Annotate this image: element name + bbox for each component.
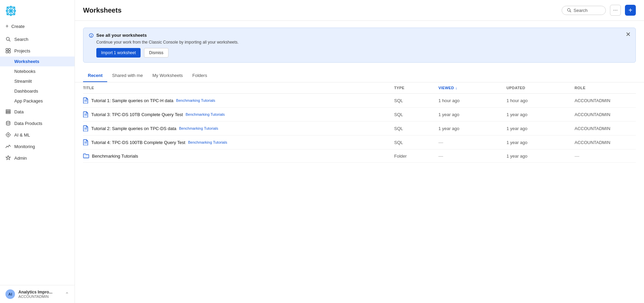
sidebar-item-notebooks[interactable]: Notebooks xyxy=(0,66,75,76)
row-4-updated: 1 year ago xyxy=(506,154,575,159)
logo-area[interactable] xyxy=(0,0,75,20)
row-3-title-cell[interactable]: Tutorial 4: TPC-DS 100TB Complete Query … xyxy=(83,139,394,145)
sort-down-icon: ↓ xyxy=(455,86,457,90)
col-viewed[interactable]: VIEWED ↓ xyxy=(438,86,506,90)
row-3-type: SQL xyxy=(394,140,438,145)
row-0-role: ACCOUNTADMIN xyxy=(575,98,636,103)
doc-icon xyxy=(83,111,88,117)
svg-rect-3 xyxy=(9,49,11,51)
sidebar-footer[interactable]: AI Analytics Impro... ACCOUNTADMIN ⌃ xyxy=(0,285,75,303)
sidebar-item-data-products[interactable]: Data Products xyxy=(0,117,75,129)
data-products-icon xyxy=(5,121,11,126)
sidebar-item-notebooks-label: Notebooks xyxy=(14,69,35,74)
tab-folders[interactable]: Folders xyxy=(188,69,212,82)
footer-chevron-icon[interactable]: ⌃ xyxy=(65,291,69,297)
main-area: Worksheets Search ··· + ✕ See a xyxy=(75,0,644,303)
row-0-badge: Benchmarking Tutorials xyxy=(176,98,215,102)
row-4-title: Benchmarking Tutorials xyxy=(92,154,138,159)
sidebar-item-app-packages-label: App Packages xyxy=(14,98,43,103)
svg-point-10 xyxy=(7,134,9,135)
sidebar-item-worksheets[interactable]: Worksheets xyxy=(0,57,75,66)
search-icon xyxy=(567,8,571,13)
row-2-role: ACCOUNTADMIN xyxy=(575,126,636,131)
sidebar-item-data-products-label: Data Products xyxy=(14,121,42,126)
sidebar-item-dashboards-label: Dashboards xyxy=(14,89,38,94)
banner-title: See all your worksheets xyxy=(89,33,630,38)
table-row[interactable]: Tutorial 4: TPC-DS 100TB Complete Query … xyxy=(83,135,636,149)
sidebar-item-projects-label: Projects xyxy=(14,48,30,53)
projects-icon xyxy=(5,48,11,53)
sidebar-item-ai-ml[interactable]: AI & ML xyxy=(0,129,75,141)
row-3-badge: Benchmarking Tutorials xyxy=(188,140,227,144)
table-row[interactable]: Tutorial 2: Sample queries on TPC-DS dat… xyxy=(83,122,636,135)
admin-icon xyxy=(5,155,11,161)
sidebar-item-app-packages[interactable]: App Packages xyxy=(0,96,75,106)
col-title: TITLE xyxy=(83,86,394,90)
tab-my-worksheets[interactable]: My Worksheets xyxy=(148,69,188,82)
row-0-viewed: 1 hour ago xyxy=(438,98,506,103)
create-label: Create xyxy=(11,24,25,29)
sidebar-item-data[interactable]: Data xyxy=(0,106,75,117)
col-updated: UPDATED xyxy=(506,86,575,90)
row-0-type: SQL xyxy=(394,98,438,103)
search-button[interactable]: Search xyxy=(562,6,606,15)
row-1-type: SQL xyxy=(394,112,438,117)
doc-icon xyxy=(83,97,88,103)
sidebar-item-worksheets-label: Worksheets xyxy=(14,59,39,64)
sidebar-item-search-label: Search xyxy=(14,37,28,42)
more-options-button[interactable]: ··· xyxy=(610,5,621,16)
sidebar-nav: Search Projects Worksheets Notebooks Str… xyxy=(0,33,75,164)
banner-description: Continue your work from the Classic Cons… xyxy=(96,40,630,45)
sidebar-item-data-label: Data xyxy=(14,109,23,114)
sidebar-item-dashboards[interactable]: Dashboards xyxy=(0,86,75,96)
page-title: Worksheets xyxy=(83,6,558,14)
data-icon xyxy=(5,109,11,114)
sidebar-item-ai-ml-label: AI & ML xyxy=(14,132,30,138)
worksheets-table: TITLE TYPE VIEWED ↓ UPDATED ROLE xyxy=(75,82,644,163)
row-4-role: — xyxy=(575,153,636,159)
plus-icon: + xyxy=(5,23,9,29)
import-banner: ✕ See all your worksheets Continue your … xyxy=(83,28,636,63)
row-4-title-cell[interactable]: Benchmarking Tutorials xyxy=(83,153,394,159)
row-3-viewed: — xyxy=(438,140,506,145)
info-icon xyxy=(89,33,94,38)
row-2-type: SQL xyxy=(394,126,438,131)
row-2-title: Tutorial 2: Sample queries on TPC-DS dat… xyxy=(91,126,176,131)
sidebar-item-projects[interactable]: Projects xyxy=(0,45,75,57)
search-icon xyxy=(5,36,11,42)
row-1-viewed: 1 year ago xyxy=(438,112,506,117)
table-row[interactable]: Benchmarking Tutorials Folder — 1 year a… xyxy=(83,149,636,163)
row-1-badge: Benchmarking Tutorials xyxy=(186,112,225,116)
row-2-title-cell[interactable]: Tutorial 2: Sample queries on TPC-DS dat… xyxy=(83,125,394,131)
dismiss-button[interactable]: Dismiss xyxy=(144,48,168,58)
sidebar-item-monitoring[interactable]: Monitoring xyxy=(0,141,75,152)
row-1-role: ACCOUNTADMIN xyxy=(575,112,636,117)
sidebar-item-admin[interactable]: Admin xyxy=(0,152,75,164)
monitoring-icon xyxy=(5,144,11,149)
svg-rect-2 xyxy=(6,49,8,51)
sidebar-item-monitoring-label: Monitoring xyxy=(14,144,35,149)
sidebar-item-search[interactable]: Search xyxy=(0,33,75,45)
banner-actions: Import 1 worksheet Dismiss xyxy=(96,48,630,58)
import-worksheet-button[interactable]: Import 1 worksheet xyxy=(96,48,141,58)
row-2-updated: 1 year ago xyxy=(506,126,575,131)
footer-user-info: Analytics Impro... ACCOUNTADMIN xyxy=(18,290,62,299)
banner-close-button[interactable]: ✕ xyxy=(626,31,631,37)
doc-icon xyxy=(83,125,88,131)
row-0-updated: 1 hour ago xyxy=(506,98,575,103)
table-row[interactable]: Tutorial 3: TPC-DS 10TB Complete Query T… xyxy=(83,108,636,122)
svg-rect-7 xyxy=(6,111,11,112)
svg-line-1 xyxy=(9,40,11,42)
svg-rect-4 xyxy=(6,51,8,53)
row-1-title-cell[interactable]: Tutorial 3: TPC-DS 10TB Complete Query T… xyxy=(83,111,394,117)
add-button[interactable]: + xyxy=(625,5,636,16)
page-header: Worksheets Search ··· + xyxy=(75,0,644,21)
sidebar-item-admin-label: Admin xyxy=(14,156,27,161)
table-row[interactable]: Tutorial 1: Sample queries on TPC-H data… xyxy=(83,94,636,108)
tab-recent[interactable]: Recent xyxy=(83,69,107,82)
sidebar-item-streamlit[interactable]: Streamlit xyxy=(0,76,75,86)
create-button[interactable]: + Create xyxy=(0,20,75,32)
footer-user-name: Analytics Impro... xyxy=(18,290,62,294)
tab-shared-with-me[interactable]: Shared with me xyxy=(107,69,147,82)
row-0-title-cell[interactable]: Tutorial 1: Sample queries on TPC-H data… xyxy=(83,97,394,103)
